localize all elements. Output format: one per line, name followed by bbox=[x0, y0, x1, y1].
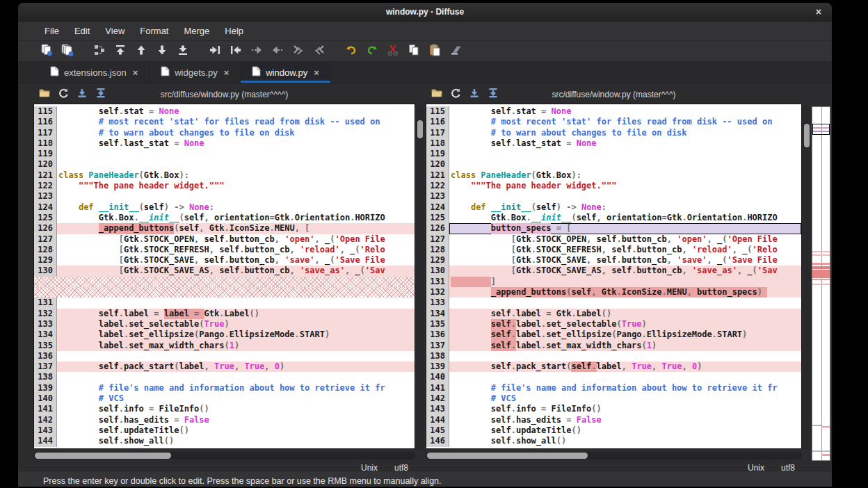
merge-from-left-then-right-button[interactable] bbox=[289, 43, 307, 60]
code-line[interactable]: 115 self.stat = None bbox=[34, 106, 415, 117]
code-line[interactable]: 115 self.stat = None bbox=[426, 106, 801, 117]
horizontal-scrollbar-thumb[interactable] bbox=[35, 453, 171, 459]
code-line[interactable]: 128 [Gtk.STOCK_REFRESH, self.button_cb, … bbox=[34, 245, 415, 255]
code-line[interactable]: 117 # to warn about changes to file on d… bbox=[426, 128, 801, 138]
reload-file-button[interactable] bbox=[447, 88, 464, 101]
save-file-as-button[interactable] bbox=[93, 88, 109, 101]
code-line[interactable]: 129 [Gtk.STOCK_SAVE, self.button_cb, 'sa… bbox=[34, 255, 415, 266]
last-difference-button[interactable] bbox=[174, 43, 192, 60]
code-line[interactable]: 130 [Gtk.STOCK_SAVE_AS, self.button_cb, … bbox=[34, 266, 415, 276]
window-close-icon[interactable]: × bbox=[816, 6, 821, 18]
copy-selection-right-button[interactable] bbox=[206, 43, 224, 60]
open-file-button[interactable] bbox=[428, 88, 445, 101]
tab-close-icon[interactable]: × bbox=[133, 67, 138, 78]
code-line[interactable]: 122 """The pane header widget.""" bbox=[34, 181, 415, 191]
horizontal-scrollbar[interactable] bbox=[33, 452, 415, 459]
code-line[interactable]: 140 # VCS bbox=[34, 393, 415, 404]
code-line[interactable]: 135 self.label.set_selectable(True) bbox=[426, 319, 801, 330]
code-line[interactable]: 121class PaneHeader(Gtk.Box): bbox=[426, 170, 801, 181]
code-line[interactable]: 141 self.info = FileInfo() bbox=[34, 404, 415, 414]
code-line[interactable]: 125 Gtk.Box.__init__(self, orientation=G… bbox=[426, 213, 801, 223]
code-line[interactable]: 122 """The pane header widget.""" bbox=[426, 181, 801, 191]
first-difference-button[interactable] bbox=[111, 43, 129, 60]
cut-button[interactable] bbox=[384, 43, 402, 60]
copy-left-into-selection-button[interactable] bbox=[248, 43, 266, 60]
code-line[interactable]: 140 bbox=[426, 372, 801, 382]
vertical-scrollbar-right[interactable] bbox=[803, 105, 811, 450]
code-line[interactable]: 136 bbox=[34, 351, 415, 361]
code-line[interactable]: 133 bbox=[426, 298, 801, 308]
code-line[interactable]: 144 self.show_all() bbox=[34, 436, 415, 446]
redo-button[interactable] bbox=[363, 43, 381, 60]
menu-item-view[interactable]: View bbox=[98, 23, 131, 39]
code-line[interactable]: 132 _append_buttons(self, Gtk.IconSize.M… bbox=[426, 287, 801, 298]
save-file-button[interactable] bbox=[74, 88, 90, 101]
code-line[interactable]: 137 self.label.set_max_width_chars(1) bbox=[426, 341, 801, 351]
code-line[interactable]: 138 bbox=[34, 372, 415, 382]
clear-edits-button[interactable] bbox=[447, 43, 465, 60]
save-file-button[interactable] bbox=[466, 88, 483, 101]
menu-item-format[interactable]: Format bbox=[133, 23, 175, 39]
diff-overview-map[interactable] bbox=[812, 106, 830, 461]
copy-right-into-selection-button[interactable] bbox=[268, 43, 287, 60]
code-line[interactable]: 134 self.label = Gtk.Label() bbox=[426, 309, 801, 319]
code-line[interactable]: 132 self.label = label = Gtk.Label() bbox=[34, 309, 415, 319]
menu-item-file[interactable]: File bbox=[38, 23, 66, 39]
menu-item-help[interactable]: Help bbox=[218, 23, 250, 39]
horizontal-scrollbar-thumb[interactable] bbox=[427, 453, 588, 459]
tab-window-py[interactable]: window.py× bbox=[241, 62, 331, 83]
code-line[interactable]: 130 [Gtk.STOCK_SAVE_AS, self.button_cb, … bbox=[426, 266, 801, 276]
code-line[interactable]: 128 [Gtk.STOCK_REFRESH, self.button_cb, … bbox=[426, 245, 801, 255]
vertical-scrollbar-thumb[interactable] bbox=[804, 124, 810, 147]
code-line[interactable]: 123 bbox=[34, 191, 415, 202]
code-line[interactable]: 139 self.pack_start(self.label, True, Tr… bbox=[426, 361, 801, 372]
code-line[interactable]: 141 # file's name and information about … bbox=[426, 383, 801, 393]
tab-extensions-json[interactable]: extensions.json× bbox=[39, 62, 150, 83]
paste-button[interactable] bbox=[426, 43, 444, 60]
code-line[interactable]: 124 def __init__(self) -> None: bbox=[426, 202, 801, 213]
code-line[interactable]: 126 _append_buttons(self, Gtk.IconSize.M… bbox=[34, 223, 415, 234]
code-line[interactable]: 144 self.has_edits = False bbox=[426, 415, 801, 425]
code-line[interactable]: 136 self.label.set_ellipsize(Pango.Ellip… bbox=[426, 330, 801, 340]
vertical-scrollbar-left[interactable] bbox=[416, 105, 424, 450]
code-line[interactable]: 138 bbox=[426, 351, 801, 361]
title-bar[interactable]: window.py - Diffuse × bbox=[18, 3, 832, 22]
code-line[interactable]: 119 bbox=[34, 149, 415, 159]
code-line[interactable]: 116 # most recent 'stat' for files read … bbox=[426, 117, 801, 127]
save-file-as-button[interactable] bbox=[485, 88, 501, 101]
copy-button[interactable] bbox=[405, 43, 423, 60]
code-line[interactable]: 145 self.updateTitle() bbox=[426, 425, 801, 436]
code-line[interactable]: 126 button_specs = [ bbox=[426, 223, 801, 234]
code-line[interactable]: 118 self.last_stat = None bbox=[426, 138, 801, 149]
code-line[interactable]: 135 label.set_max_width_chars(1) bbox=[34, 341, 415, 351]
undo-button[interactable] bbox=[342, 43, 360, 60]
code-line[interactable]: 131 ] bbox=[426, 277, 801, 287]
tab-close-icon[interactable]: × bbox=[314, 67, 319, 78]
code-line[interactable]: 124 def __init__(self) -> None: bbox=[34, 202, 415, 213]
reload-file-button[interactable] bbox=[55, 88, 72, 101]
code-line[interactable]: 119 bbox=[426, 149, 801, 159]
code-line[interactable]: 131 bbox=[34, 298, 415, 308]
tab-widgets-py[interactable]: widgets.py× bbox=[150, 62, 241, 83]
realign-all-button[interactable] bbox=[90, 43, 108, 60]
previous-difference-button[interactable] bbox=[132, 43, 150, 60]
code-line[interactable]: 137 self.pack_start(label, True, True, 0… bbox=[34, 361, 415, 372]
code-line[interactable]: 127 [Gtk.STOCK_OPEN, self.button_cb, 'op… bbox=[426, 234, 801, 245]
vertical-scrollbar-thumb[interactable] bbox=[417, 120, 423, 138]
code-line[interactable]: 117 # to warn about changes to file on d… bbox=[34, 128, 415, 138]
overview-viewport-box[interactable] bbox=[812, 124, 830, 135]
code-line[interactable]: 127 [Gtk.STOCK_OPEN, self.button_cb, 'op… bbox=[34, 234, 415, 245]
new-3way-file-merge-button[interactable] bbox=[58, 43, 77, 60]
code-line[interactable]: 121class PaneHeader(Gtk.Box): bbox=[34, 170, 415, 181]
code-line[interactable]: 123 bbox=[426, 191, 801, 202]
copy-selection-left-button[interactable] bbox=[227, 43, 245, 60]
code-line[interactable]: 118 self.last_stat = None bbox=[34, 138, 415, 149]
new-2way-file-merge-button[interactable] bbox=[38, 43, 56, 60]
code-line[interactable]: 129 [Gtk.STOCK_SAVE, self.button_cb, 'sa… bbox=[426, 255, 801, 266]
code-line[interactable]: 143 self.updateTitle() bbox=[34, 425, 415, 436]
code-line[interactable]: 125 Gtk.Box.__init__(self, orientation=G… bbox=[34, 213, 415, 223]
open-file-button[interactable] bbox=[36, 88, 53, 101]
horizontal-scrollbar[interactable] bbox=[426, 452, 802, 459]
next-difference-button[interactable] bbox=[153, 43, 171, 60]
code-line[interactable]: 142 # VCS bbox=[426, 393, 801, 404]
